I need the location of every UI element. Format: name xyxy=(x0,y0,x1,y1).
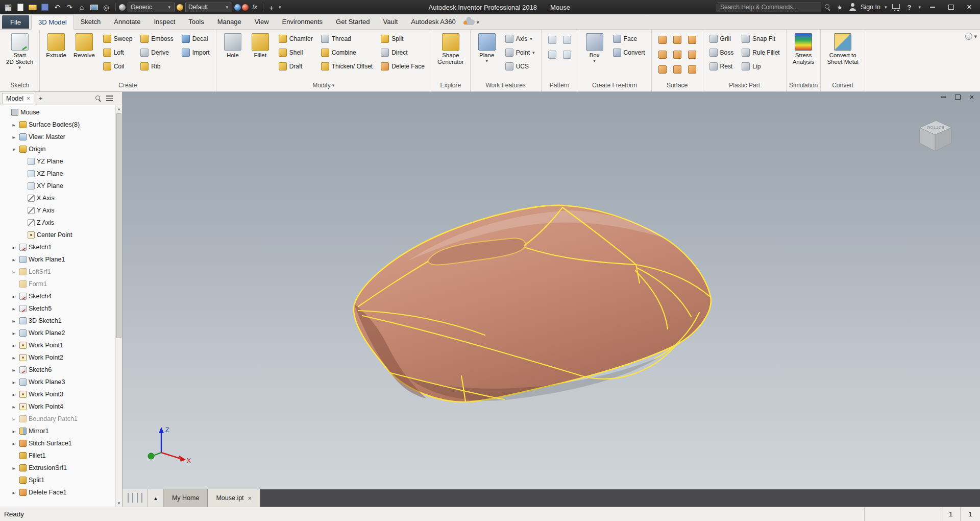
chevron-down-icon[interactable]: ▾ xyxy=(884,5,888,10)
redo-button[interactable] xyxy=(63,2,76,13)
new-file-button[interactable] xyxy=(14,2,27,13)
rib-button[interactable]: Rib xyxy=(137,60,177,73)
viewport-3d[interactable]: BOTTOM Z X ▲ My Ho xyxy=(122,92,980,507)
grill-button[interactable]: Grill xyxy=(706,32,738,45)
expander-icon[interactable]: ▸ xyxy=(10,134,17,140)
decal-button[interactable]: Decal xyxy=(178,32,213,45)
tree-item-mouse[interactable]: Mouse xyxy=(0,106,122,119)
tile-vertical-button[interactable] xyxy=(141,493,142,503)
scroll-up-icon[interactable]: ▴ xyxy=(116,106,122,111)
delete-face-button[interactable]: Delete Face xyxy=(377,60,428,73)
tree-item-y-axis[interactable]: Y Axis xyxy=(0,204,122,217)
maximize-button[interactable] xyxy=(943,1,959,13)
boss-button[interactable]: Boss xyxy=(706,46,738,59)
expander-icon[interactable]: ▸ xyxy=(10,380,17,385)
circular-pattern-button[interactable] xyxy=(546,49,558,61)
tab-vault[interactable]: Vault xyxy=(377,14,405,29)
shell-button[interactable]: Shell xyxy=(275,46,316,59)
combine-button[interactable]: Combine xyxy=(317,46,376,59)
expand-dock-button[interactable]: ▲ xyxy=(148,489,164,507)
tree-item-view-master[interactable]: ▸View: Master xyxy=(0,131,122,143)
point-button[interactable]: Point▾ xyxy=(502,46,538,59)
tab-sketch[interactable]: Sketch xyxy=(74,14,108,29)
undo-button[interactable] xyxy=(51,2,63,13)
expander-icon[interactable]: ▸ xyxy=(10,367,17,373)
tab-view[interactable]: View xyxy=(248,14,276,29)
viewcube[interactable]: BOTTOM xyxy=(912,111,959,158)
tab-get-started[interactable]: Get Started xyxy=(329,14,376,29)
patch-surface-button[interactable] xyxy=(671,34,683,46)
tree-item-z-axis[interactable]: Z Axis xyxy=(0,217,122,229)
home-button[interactable] xyxy=(76,2,88,13)
tile-windows-button[interactable] xyxy=(132,493,133,503)
tree-item-origin[interactable]: ▾Origin xyxy=(0,143,122,155)
sculpt-surface-button[interactable] xyxy=(686,34,698,46)
mirror-pattern-button[interactable] xyxy=(561,34,573,46)
direct-button[interactable]: Direct xyxy=(377,46,428,59)
box-button[interactable]: Box▾ xyxy=(581,31,608,79)
start-2d-sketch-button[interactable]: Start2D Sketch▾ xyxy=(3,31,37,79)
doc-tab-my-home[interactable]: My Home xyxy=(164,489,208,507)
tree-item-work-plane3[interactable]: ▸Work Plane3 xyxy=(0,376,122,388)
draft-button[interactable]: Draft xyxy=(275,60,316,73)
scrollbar-thumb[interactable] xyxy=(116,113,121,338)
doc-minimize-icon[interactable] xyxy=(939,93,947,101)
expander-icon[interactable]: ▸ xyxy=(10,416,17,422)
lip-button[interactable]: Lip xyxy=(738,60,783,73)
tree-item-work-plane1[interactable]: ▸Work Plane1 xyxy=(0,253,122,266)
tree-item-xy-plane[interactable]: XY Plane xyxy=(0,180,122,192)
expander-icon[interactable]: ▸ xyxy=(10,122,17,128)
tree-item-split1[interactable]: Split1 xyxy=(0,474,122,486)
convert-to-sheet-metal-button[interactable]: Convert toSheet Metal xyxy=(823,31,862,79)
expander-icon[interactable]: ▸ xyxy=(10,441,17,446)
tree-item-center-point[interactable]: Center Point xyxy=(0,229,122,241)
ribbon-options-toggle[interactable]: ▾ xyxy=(965,33,977,40)
doc-tab-mouse-ipt[interactable]: Mouse.ipt× xyxy=(208,489,260,507)
material-select[interactable]: Generic▾ xyxy=(128,3,175,12)
emboss-button[interactable]: Emboss xyxy=(137,32,177,45)
tree-item-work-point1[interactable]: ▸Work Point1 xyxy=(0,339,122,351)
open-button[interactable] xyxy=(27,2,39,13)
expander-icon[interactable]: ▸ xyxy=(10,465,17,471)
sign-in-button[interactable]: Sign In xyxy=(861,4,880,11)
copy-object-button[interactable] xyxy=(686,63,698,76)
close-icon[interactable]: × xyxy=(27,95,30,102)
help-icon[interactable] xyxy=(904,3,914,12)
expander-icon[interactable]: ▸ xyxy=(10,318,17,324)
extend-surface-button[interactable] xyxy=(671,49,683,61)
tree-item-extrusionsrf1[interactable]: ▸ExtrusionSrf1 xyxy=(0,462,122,474)
tab-3d-model[interactable]: 3D Model xyxy=(31,15,74,30)
expander-icon[interactable]: ▸ xyxy=(10,404,17,410)
tree-item-form1[interactable]: Form1 xyxy=(0,278,122,290)
search-icon[interactable] xyxy=(95,95,102,102)
close-tab-icon[interactable]: × xyxy=(248,494,252,502)
minimize-button[interactable] xyxy=(925,1,940,13)
tree-item-delete-face1[interactable]: ▸Delete Face1 xyxy=(0,486,122,499)
tree-item-3d-sketch1[interactable]: ▸3D Sketch1 xyxy=(0,315,122,327)
search-icon[interactable] xyxy=(824,4,831,11)
expander-icon[interactable]: ▾ xyxy=(10,147,17,152)
expander-icon[interactable]: ▸ xyxy=(10,245,17,250)
stress-analysis-button[interactable]: StressAnalysis xyxy=(789,31,818,79)
extrude-button[interactable]: Extrude xyxy=(42,31,70,79)
expander-icon[interactable]: ▸ xyxy=(10,490,17,495)
screens-button[interactable] xyxy=(88,2,100,13)
loft-button[interactable]: Loft xyxy=(100,46,136,59)
revolve-button[interactable]: Revolve xyxy=(70,31,99,79)
browser-tab-model[interactable]: Model × xyxy=(2,93,34,104)
trim-surface-button[interactable] xyxy=(656,49,669,61)
tree-item-sketch5[interactable]: ▸Sketch5 xyxy=(0,302,122,315)
tree-item-sketch6[interactable]: ▸Sketch6 xyxy=(0,364,122,376)
mouse-model[interactable] xyxy=(122,92,980,472)
tree-item-mirror1[interactable]: ▸Mirror1 xyxy=(0,425,122,437)
chamfer-button[interactable]: Chamfer xyxy=(275,32,316,45)
ucs-button[interactable]: UCS xyxy=(502,60,538,73)
axis-button[interactable]: Axis▾ xyxy=(502,32,538,45)
thicken-offset-button[interactable]: Thicken/ Offset xyxy=(317,60,376,73)
expander-icon[interactable]: ▸ xyxy=(10,257,17,263)
tree-item-stitch-surface1[interactable]: ▸Stitch Surface1 xyxy=(0,437,122,449)
tree-item-boundary-patch1[interactable]: ▸Boundary Patch1 xyxy=(0,413,122,425)
tree-item-work-plane2[interactable]: ▸Work Plane2 xyxy=(0,327,122,339)
browser-scrollbar[interactable]: ▴ ▾ xyxy=(115,105,122,507)
tree-item-sketch1[interactable]: ▸Sketch1 xyxy=(0,241,122,253)
